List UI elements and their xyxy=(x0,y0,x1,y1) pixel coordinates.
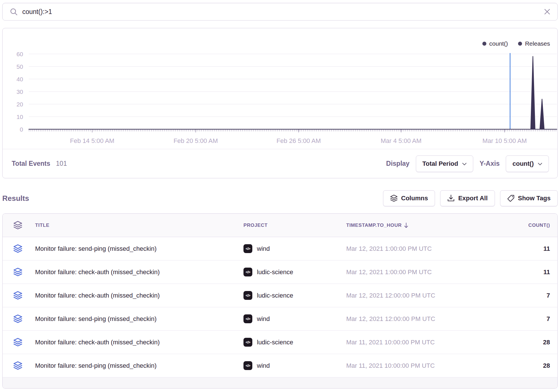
timestamp-cell: Mar 12, 2021 12:00:00 PM UTC xyxy=(344,292,470,299)
platform-code-icon: </> xyxy=(243,291,252,300)
event-title[interactable]: Monitor failure: check-auth (missed_chec… xyxy=(33,268,241,276)
event-title[interactable]: Monitor failure: check-auth (missed_chec… xyxy=(33,339,241,346)
project-cell: </> ludic-science xyxy=(241,291,344,300)
events-chart-panel: count() Releases 0102030405060Feb 14 5:0… xyxy=(2,28,558,178)
project-cell: </> wind xyxy=(241,361,344,370)
chart-footer: Total Events 101 Display Total Period Y-… xyxy=(3,149,557,178)
stack-icon xyxy=(13,244,22,253)
count-cell: 7 xyxy=(470,315,557,323)
timestamp-cell: Mar 11, 2021 10:00:00 PM UTC xyxy=(344,339,470,346)
project-cell: </> wind xyxy=(241,314,344,323)
timestamp-cell: Mar 11, 2021 10:00:00 PM UTC xyxy=(344,362,470,369)
display-label: Display xyxy=(386,160,410,167)
project-name: ludic-science xyxy=(257,268,293,276)
columns-button[interactable]: Columns xyxy=(383,190,435,206)
svg-text:0: 0 xyxy=(20,126,23,133)
events-chart: 0102030405060Feb 14 5:00 AMFeb 20 5:00 A… xyxy=(3,28,557,149)
table-footer-strip xyxy=(3,377,557,389)
svg-text:Feb 20 5:00 AM: Feb 20 5:00 AM xyxy=(174,137,218,144)
table-row[interactable]: Monitor failure: check-auth (missed_chec… xyxy=(3,331,557,354)
sort-desc-arrow-icon xyxy=(403,222,409,229)
total-events: Total Events 101 xyxy=(12,160,67,167)
legend-item-releases[interactable]: Releases xyxy=(518,40,550,47)
table-header-row: TITLE PROJECT TIMESTAMP.TO_HOUR COUNT() xyxy=(3,214,557,237)
legend-label: count() xyxy=(489,40,508,47)
tag-icon xyxy=(507,195,515,202)
project-cell: </> wind xyxy=(241,244,344,253)
chart-legend: count() Releases xyxy=(482,40,550,47)
yaxis-dropdown-value: count() xyxy=(512,160,534,167)
discover-page: count() Releases 0102030405060Feb 14 5:0… xyxy=(0,0,560,392)
results-header: Results Columns Export All Show Tags xyxy=(2,190,558,206)
export-all-button[interactable]: Export All xyxy=(440,190,495,206)
chevron-down-icon xyxy=(538,163,542,165)
event-title[interactable]: Monitor failure: send-ping (missed_check… xyxy=(33,315,241,323)
search-icon xyxy=(10,8,18,16)
count-cell: 28 xyxy=(470,339,557,346)
column-header-timestamp[interactable]: TIMESTAMP.TO_HOUR xyxy=(344,222,470,229)
svg-text:20: 20 xyxy=(17,101,23,108)
show-tags-button-label: Show Tags xyxy=(518,195,551,202)
results-buttons: Columns Export All Show Tags xyxy=(383,190,558,206)
project-name: ludic-science xyxy=(257,339,293,346)
search-bar xyxy=(2,3,558,21)
platform-code-icon: </> xyxy=(243,268,252,276)
count-cell: 28 xyxy=(470,362,557,369)
table-row[interactable]: Monitor failure: check-auth (missed_chec… xyxy=(3,284,557,307)
svg-text:Feb 26 5:00 AM: Feb 26 5:00 AM xyxy=(277,137,321,144)
platform-code-icon: </> xyxy=(243,314,252,323)
stack-icon xyxy=(13,268,22,276)
stack-icon xyxy=(13,338,22,347)
timestamp-cell: Mar 12, 2021 12:00:00 PM UTC xyxy=(344,315,470,323)
chevron-down-icon xyxy=(462,163,467,165)
total-events-label: Total Events xyxy=(12,160,50,167)
total-events-value: 101 xyxy=(56,160,67,167)
svg-text:40: 40 xyxy=(17,76,23,82)
layers-icon xyxy=(390,195,398,202)
project-name: wind xyxy=(257,245,270,252)
legend-item-count[interactable]: count() xyxy=(482,40,508,47)
table-body: Monitor failure: send-ping (missed_check… xyxy=(3,237,557,377)
columns-button-label: Columns xyxy=(401,195,428,202)
stack-icon xyxy=(13,314,22,323)
yaxis-dropdown[interactable]: count() xyxy=(506,155,549,172)
show-tags-button[interactable]: Show Tags xyxy=(500,190,558,206)
results-table: TITLE PROJECT TIMESTAMP.TO_HOUR COUNT() … xyxy=(2,213,558,389)
table-row[interactable]: Monitor failure: send-ping (missed_check… xyxy=(3,354,557,377)
stack-icon xyxy=(13,361,22,370)
table-row[interactable]: Monitor failure: send-ping (missed_check… xyxy=(3,307,557,331)
export-all-button-label: Export All xyxy=(458,195,488,202)
project-name: ludic-science xyxy=(257,292,293,299)
stack-icon[interactable] xyxy=(13,221,22,230)
clear-search-button[interactable] xyxy=(544,8,551,15)
close-icon xyxy=(544,8,551,15)
count-cell: 11 xyxy=(470,245,557,252)
project-name: wind xyxy=(257,315,270,323)
project-cell: </> ludic-science xyxy=(241,268,344,276)
search-input[interactable] xyxy=(22,3,544,20)
display-dropdown-value: Total Period xyxy=(422,160,458,167)
column-header-count[interactable]: COUNT() xyxy=(470,223,557,228)
event-title[interactable]: Monitor failure: check-auth (missed_chec… xyxy=(33,292,241,299)
timestamp-cell: Mar 12, 2021 1:00:00 PM UTC xyxy=(344,268,470,276)
event-title[interactable]: Monitor failure: send-ping (missed_check… xyxy=(33,362,241,369)
table-row[interactable]: Monitor failure: send-ping (missed_check… xyxy=(3,237,557,260)
event-title[interactable]: Monitor failure: send-ping (missed_check… xyxy=(33,245,241,252)
project-cell: </> ludic-science xyxy=(241,338,344,347)
timestamp-cell: Mar 12, 2021 1:00:00 PM UTC xyxy=(344,245,470,252)
legend-dot-icon xyxy=(518,42,522,46)
svg-text:10: 10 xyxy=(17,114,23,120)
column-header-project[interactable]: PROJECT xyxy=(241,223,344,228)
table-row[interactable]: Monitor failure: check-auth (missed_chec… xyxy=(3,260,557,284)
count-cell: 11 xyxy=(470,268,557,276)
display-dropdown[interactable]: Total Period xyxy=(416,155,474,172)
svg-text:Mar 4 5:00 AM: Mar 4 5:00 AM xyxy=(381,137,422,144)
legend-dot-icon xyxy=(482,42,486,46)
platform-code-icon: </> xyxy=(243,338,252,347)
svg-text:30: 30 xyxy=(17,88,23,95)
chart-canvas: 0102030405060Feb 14 5:00 AMFeb 20 5:00 A… xyxy=(3,28,557,149)
column-header-title[interactable]: TITLE xyxy=(33,223,241,228)
svg-text:Feb 14 5:00 AM: Feb 14 5:00 AM xyxy=(70,137,114,144)
platform-code-icon: </> xyxy=(243,244,252,253)
legend-label: Releases xyxy=(525,40,550,47)
